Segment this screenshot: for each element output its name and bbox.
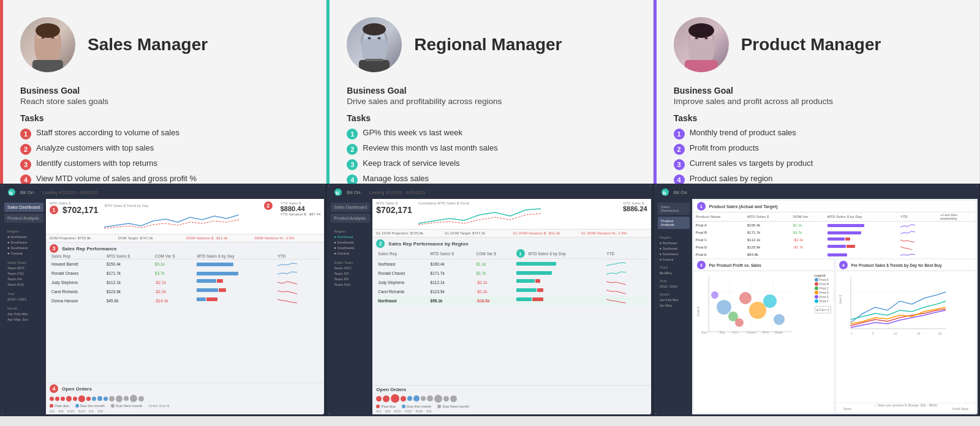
order-dot-blue: [97, 396, 102, 401]
product-badge-2: 2: [674, 144, 685, 155]
avatar-sales: [20, 17, 75, 72]
sidebar-regional-sales[interactable]: Sales Dashboard: [331, 203, 370, 212]
svg-text:Costco: Costco: [747, 331, 756, 334]
order-dot-gray: [450, 395, 457, 402]
order-dot-red: [66, 396, 72, 402]
svg-rect-18: [685, 60, 718, 72]
svg-text:1: 1: [851, 332, 853, 335]
table-row: Prod E $94.8k: [694, 251, 976, 258]
sales-rep-section-title: Sales Rep Performance: [62, 246, 116, 252]
order-dot-gray: [124, 396, 129, 401]
regional-goal-label: Business Goal: [347, 86, 633, 95]
order-dot-red: [73, 397, 77, 401]
product-sales-section: Product Sales (Actual and Target): [709, 204, 778, 209]
task-badge-1: 1: [20, 129, 31, 140]
table-row: Judy Stephens $112.1k -$2.1k: [376, 278, 647, 287]
svg-text:B: B: [336, 190, 339, 196]
svg-text:Buy: Buy: [720, 331, 725, 334]
table-row: Northeast $99.1k -$18.8k: [376, 296, 647, 305]
task-badge-2: 2: [20, 144, 31, 155]
product-task-list: 1 Monthly trend of product sales 2 Profi…: [674, 128, 960, 189]
svg-point-10: [363, 23, 386, 36]
profile-header-regional: Regional Manager: [347, 17, 633, 72]
svg-text:Best: Best: [701, 331, 708, 334]
order-dot-red: [391, 394, 399, 403]
regional-task-list: 1 GP% this week vs last week 2 Review th…: [347, 128, 633, 189]
product-goal-label: Business Goal: [674, 86, 960, 95]
sales-dashboard-panel: B Bit On Loading 4/1/2021 - 4/20/2021 Sa…: [0, 184, 326, 416]
product-manager-title: Product Manager: [741, 36, 881, 54]
profit-vs-sales-section: Per Product Profit vs. Sales: [709, 263, 761, 267]
svg-point-37: [711, 291, 718, 299]
sales-task-3: 3 Identify customers with top returns: [20, 159, 306, 170]
svg-text:B: B: [9, 190, 13, 196]
svg-point-39: [774, 314, 785, 325]
order-dot-red: [401, 396, 406, 402]
order-dot-gray: [116, 395, 123, 402]
table-row: Prod D $125.9k -$7.7k: [694, 244, 976, 251]
sales-goal-text: Reach store sales goals: [20, 97, 306, 106]
table-row: Howard Barrett $150.4k $9.1k: [50, 260, 320, 269]
order-dot-blue: [407, 396, 412, 401]
sales-logo-text: Bit On: [20, 190, 34, 195]
sidebar-regional-product[interactable]: Product Analysis: [331, 214, 370, 223]
order-dot-red: [78, 395, 85, 402]
open-orders-title: Open Orders: [62, 386, 92, 392]
kpi-mtd-trend: MTD Sales $ Trend by Day 2: [104, 201, 274, 231]
svg-text:B: B: [663, 190, 666, 196]
regional-task-2: 2 Review this month vs last month sales: [347, 143, 633, 155]
svg-point-33: [717, 300, 731, 315]
sales-manager-card: Sales Manager Business Goal Reach store …: [0, 0, 326, 184]
svg-rect-11: [359, 60, 390, 72]
table-row: Carol Richards $123.9k -$2.2k: [376, 287, 647, 296]
order-dot-gray: [138, 396, 144, 402]
product-goal-text: Improve sales and profit across all prod…: [674, 97, 960, 106]
svg-text:Sales $: Sales $: [839, 294, 842, 304]
order-dot-blue: [413, 395, 420, 402]
sidebar-sales-dashboard[interactable]: Sales Dashboard: [4, 203, 43, 212]
order-dot-red: [61, 397, 65, 401]
table-row: Prod A $150.4k $1.1k: [694, 222, 976, 230]
regional-logo-text: Bit On: [347, 190, 360, 195]
table-row: Prod B $171.7k $3.7k: [694, 229, 976, 236]
product-task-3: 3 Current sales vs targets by product: [674, 159, 960, 170]
profile-header-sales: Sales Manager: [20, 17, 306, 72]
svg-text:Radio: Radio: [775, 331, 783, 334]
regional-task-1: 1 GP% this week vs last week: [347, 128, 633, 140]
order-dot-gray: [130, 395, 137, 402]
profile-header-product: Product Manager: [674, 17, 960, 72]
kpi-mtd-sales: MTD Sales $ 1 $702,171: [50, 201, 98, 231]
avatar-product: [674, 17, 729, 72]
sales-task-2: 2 Analyze customers with top sales: [20, 143, 306, 155]
regional-manager-card: Regional Manager Business Goal Drive sal…: [326, 0, 653, 184]
product-tasks-label: Tasks: [674, 113, 960, 123]
table-row: Judy Stephens $112.1k -$2.1k: [50, 278, 320, 287]
avatar-regional: [347, 17, 402, 72]
sales-task-1: 1 Staff stores according to volume of sa…: [20, 128, 306, 140]
svg-text:Profit $: Profit $: [696, 307, 700, 316]
sidebar-product-analysis[interactable]: Product Analysis: [4, 214, 43, 223]
sales-manager-title: Sales Manager: [88, 36, 208, 54]
product-manager-card: Product Manager Business Goal Improve sa…: [654, 0, 980, 184]
table-row: Ronald Chavez $171.7k $3.7k: [50, 269, 320, 278]
task-badge-3: 3: [20, 159, 31, 170]
order-dot-gray: [109, 396, 115, 402]
svg-text:15: 15: [917, 332, 921, 335]
product-dashboard-panel: B Bit On Sales Dashboard Product Analysi…: [654, 184, 980, 416]
product-task-1: 1 Monthly trend of product sales: [674, 128, 960, 140]
svg-text:5: 5: [872, 332, 874, 335]
order-dot-blue: [104, 397, 108, 401]
svg-point-34: [739, 292, 752, 304]
svg-text:10: 10: [894, 332, 897, 335]
order-dot-red: [86, 397, 91, 401]
regional-badge-2: 2: [347, 144, 358, 155]
sidebar-product-analysis[interactable]: Product Analysis: [658, 217, 690, 229]
sales-task-list: 1 Staff stores according to volume of sa…: [20, 128, 306, 189]
sidebar-product-sales-dash[interactable]: Sales Dashboard: [658, 203, 690, 215]
svg-point-4: [36, 23, 60, 38]
order-dot-blue: [92, 397, 96, 401]
table-row: Donna Hanson $45.8k -$18.4k: [50, 296, 320, 305]
order-dot-red: [50, 397, 54, 401]
order-dot-gray: [427, 395, 433, 402]
order-dot-gray: [443, 396, 449, 402]
